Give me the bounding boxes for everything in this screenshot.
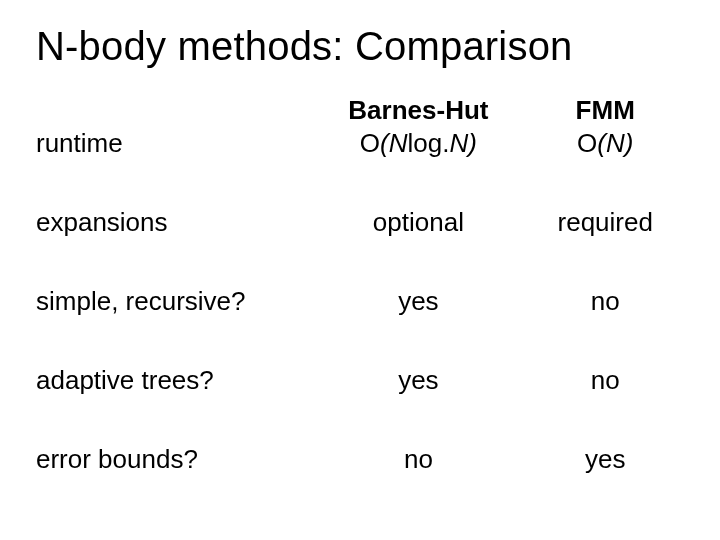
cell: yes	[310, 345, 526, 424]
row-runtime: runtime O(Nlog.N) O(N)	[36, 126, 684, 187]
row-simple-recursive: simple, recursive? yes no	[36, 266, 684, 345]
row-label: error bounds?	[36, 424, 310, 503]
row-error-bounds: error bounds? no yes	[36, 424, 684, 503]
cell: no	[310, 424, 526, 503]
row-label: simple, recursive?	[36, 266, 310, 345]
cell-runtime-fmm: O(N)	[526, 126, 684, 187]
cell: optional	[310, 187, 526, 266]
cell: required	[526, 187, 684, 266]
row-label: adaptive trees?	[36, 345, 310, 424]
cell: yes	[526, 424, 684, 503]
row-adaptive-trees: adaptive trees? yes no	[36, 345, 684, 424]
comparison-table: Barnes-Hut FMM runtime O(Nlog.N) O(N) ex…	[36, 89, 684, 503]
row-expansions: expansions optional required	[36, 187, 684, 266]
cell: no	[526, 345, 684, 424]
col-header-barneshut: Barnes-Hut	[310, 89, 526, 126]
cell: no	[526, 266, 684, 345]
slide-title: N-body methods: Comparison	[36, 24, 684, 69]
row-label: runtime	[36, 126, 310, 187]
cell: yes	[310, 266, 526, 345]
cell-runtime-bh: O(Nlog.N)	[310, 126, 526, 187]
col-header-fmm: FMM	[526, 89, 684, 126]
row-label: expansions	[36, 187, 310, 266]
table-header-row: Barnes-Hut FMM	[36, 89, 684, 126]
